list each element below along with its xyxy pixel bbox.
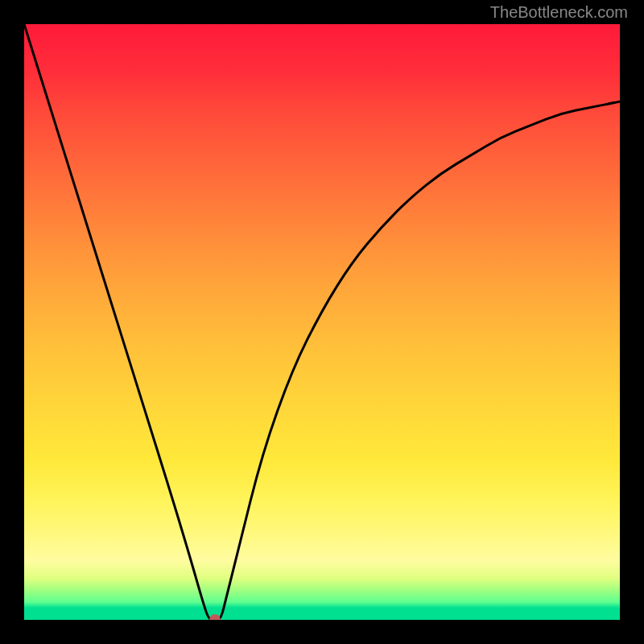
bottleneck-curve-line	[24, 24, 620, 620]
optimal-point-marker	[209, 614, 221, 620]
watermark-text: TheBottleneck.com	[490, 3, 628, 22]
chart-curve-svg	[24, 24, 620, 620]
chart-plot-area	[24, 24, 620, 620]
